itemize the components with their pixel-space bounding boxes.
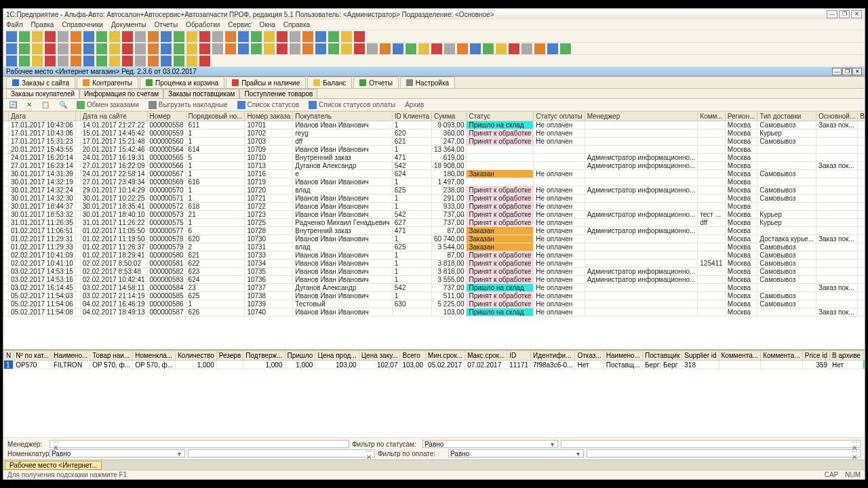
close-button[interactable]: ✕ (851, 10, 862, 18)
toolbar-button[interactable] (148, 31, 159, 42)
status-filter-select[interactable]: Равно▾ (422, 440, 558, 448)
manager-filter-input[interactable]: …✕ (50, 440, 349, 448)
detail-col-header[interactable]: Товар наи... (90, 351, 133, 361)
table-row[interactable]: 01.02.2017 11:06:5101.02.2017 11:05:5000… (4, 227, 865, 235)
toolbar-button[interactable] (96, 56, 107, 66)
toolbar-button[interactable] (406, 43, 416, 54)
tab-Заказы с сайта[interactable]: Заказы с сайта (6, 77, 75, 88)
toolbar-button[interactable] (470, 43, 481, 54)
table-row[interactable]: 31.01.2017 11:26:3531.01.2017 11:26:2200… (4, 219, 865, 227)
toolbar-button[interactable] (83, 56, 94, 66)
toolbar-button[interactable] (547, 43, 558, 54)
table-row[interactable]: 30.01.2017 14:32:2429.01.2017 10:14:2900… (4, 186, 865, 195)
toolbar-button[interactable] (186, 43, 197, 54)
toolbar-button[interactable] (96, 43, 107, 54)
detail-grid[interactable]: NN² по кат...Наимено...Товар наи...Номен… (3, 349, 865, 437)
detail-row[interactable]: 1OP570FILTRONOP 570, ф...OP 570, ф...1,0… (4, 361, 865, 369)
toolbar-button[interactable] (328, 31, 339, 42)
toolbar-button[interactable] (393, 43, 403, 54)
toolbar-button[interactable] (560, 43, 571, 54)
toolbar-button[interactable] (534, 43, 545, 54)
toolbar-button[interactable] (186, 56, 197, 66)
subtab-0[interactable]: Заказы покупателей (6, 89, 79, 98)
detail-col-header[interactable]: Статус (863, 351, 865, 361)
table-row[interactable]: 05.02.2017 11:54:0303.02.2017 21:14:1900… (4, 292, 865, 300)
toolbar-button[interactable] (174, 43, 184, 54)
toolbar-button[interactable] (277, 31, 288, 42)
detail-col-header[interactable]: Коммента... (719, 351, 761, 361)
toolbar-button[interactable] (83, 43, 94, 54)
detail-col-header[interactable]: N² по кат... (14, 351, 52, 361)
toolbar-button[interactable] (199, 31, 210, 42)
toolbar-button[interactable] (6, 43, 17, 54)
menu-Сервис[interactable]: Сервис (228, 21, 251, 28)
col-header[interactable]: Дата на сайте (80, 112, 147, 121)
sub-close-button[interactable]: ✕ (852, 68, 862, 75)
toolbar-button[interactable] (367, 43, 378, 54)
toolbar-button[interactable] (174, 56, 184, 66)
action-icon[interactable]: 🔍 (56, 101, 70, 108)
detail-col-header[interactable]: Наимено... (52, 351, 90, 361)
toolbar-button[interactable] (238, 31, 249, 42)
table-row[interactable]: 03.02.2017 14:53:1602.02.2017 10:42:4100… (4, 276, 865, 284)
col-header[interactable]: Статус (467, 112, 534, 121)
col-header[interactable] (75, 112, 80, 121)
toolbar-button[interactable] (58, 31, 68, 42)
toolbar-button[interactable] (496, 43, 507, 54)
toolbar-button[interactable] (431, 43, 442, 54)
col-header[interactable]: Порядковый но... (186, 112, 245, 121)
toolbar-button[interactable] (45, 43, 56, 54)
toolbar-button[interactable] (199, 56, 210, 66)
toolbar-button[interactable] (19, 43, 30, 54)
toolbar-button[interactable] (302, 31, 313, 42)
detail-col-header[interactable]: Цена прод... (315, 351, 359, 361)
table-row[interactable]: 02.02.2017 10:41:0901.02.2017 18:29:4100… (4, 251, 865, 260)
table-row[interactable]: 30.01.2017 18:53:3230.01.2017 18:40:1000… (4, 211, 865, 219)
table-row[interactable]: 03.02.2017 14:53:1502.02.2017 8:53:48000… (4, 268, 865, 276)
sub-minimize-button[interactable]: — (832, 68, 842, 75)
table-row[interactable]: 01.02.2017 11:29:3301.02.2017 11:26:3700… (4, 243, 865, 251)
toolbar-button[interactable] (290, 43, 300, 54)
detail-col-header[interactable]: Всего (400, 351, 426, 361)
toolbar-button[interactable] (161, 31, 172, 42)
toolbar-button[interactable] (122, 56, 133, 66)
table-row[interactable]: 17.01.2017 10:43:0615.01.2017 14:45:4200… (4, 129, 865, 138)
detail-col-header[interactable]: Подтверж... (243, 351, 285, 361)
toolbar-button[interactable] (212, 43, 223, 54)
toolbar-button[interactable] (109, 43, 120, 54)
tab-Контрагенты[interactable]: Контрагенты (77, 77, 138, 88)
action-Архив[interactable]: Архив (402, 101, 427, 108)
nomenclature-filter-select[interactable]: Равно▾ (50, 449, 185, 458)
toolbar-button[interactable] (380, 43, 391, 54)
table-row[interactable]: 03.02.2017 16:14:4503.02.2017 14:58:1100… (4, 284, 865, 292)
toolbar-button[interactable] (109, 31, 120, 42)
tab-Проценка и корзина[interactable]: Проценка и корзина (140, 77, 224, 88)
toolbar-button[interactable] (212, 31, 223, 42)
toolbar-button[interactable] (315, 31, 326, 42)
action-Выгрузить накладные[interactable]: Выгрузить накладные (146, 101, 231, 109)
col-header[interactable]: Номер заказа (245, 112, 293, 121)
toolbar-button[interactable] (418, 43, 429, 54)
col-header[interactable]: Статус оплаты (534, 112, 585, 121)
table-row[interactable]: 30.01.2017 14:32:3030.01.2017 10:22:2500… (4, 195, 865, 203)
detail-col-header[interactable]: Макс.срок... (465, 351, 507, 361)
table-row[interactable]: 02.02.2017 10:41:1002.02.2017 8:50:02000… (4, 260, 865, 268)
table-row[interactable]: 24.01.2017 16:20:1424.01.2017 16:19:3100… (4, 154, 865, 162)
toolbar-button[interactable] (71, 43, 81, 54)
toolbar-button[interactable] (135, 56, 146, 66)
detail-col-header[interactable]: ID (507, 351, 531, 361)
menu-Окна[interactable]: Окна (260, 21, 275, 28)
menu-Обработки[interactable]: Обработки (186, 21, 220, 28)
menu-Справка[interactable]: Справка (283, 21, 310, 28)
menu-Файл[interactable]: Файл (6, 21, 23, 28)
orders-grid[interactable]: ДатаДата на сайтеНомерПорядковый но...Но… (3, 111, 865, 349)
menu-Правка[interactable]: Правка (31, 21, 54, 28)
toolbar-button[interactable] (238, 43, 249, 54)
col-header[interactable]: Тип доставки (757, 112, 816, 121)
detail-col-header[interactable]: Номенкла... (133, 351, 176, 361)
col-header[interactable]: Комм... (698, 112, 725, 121)
action-Список статусов оплаты[interactable]: Список статусов оплаты (306, 101, 398, 109)
table-row[interactable]: 30.01.2017 14:32:1927.01.2017 23:49:3400… (4, 178, 865, 186)
detail-col-header[interactable]: Резерв (216, 351, 243, 361)
toolbar-button[interactable] (354, 43, 365, 54)
